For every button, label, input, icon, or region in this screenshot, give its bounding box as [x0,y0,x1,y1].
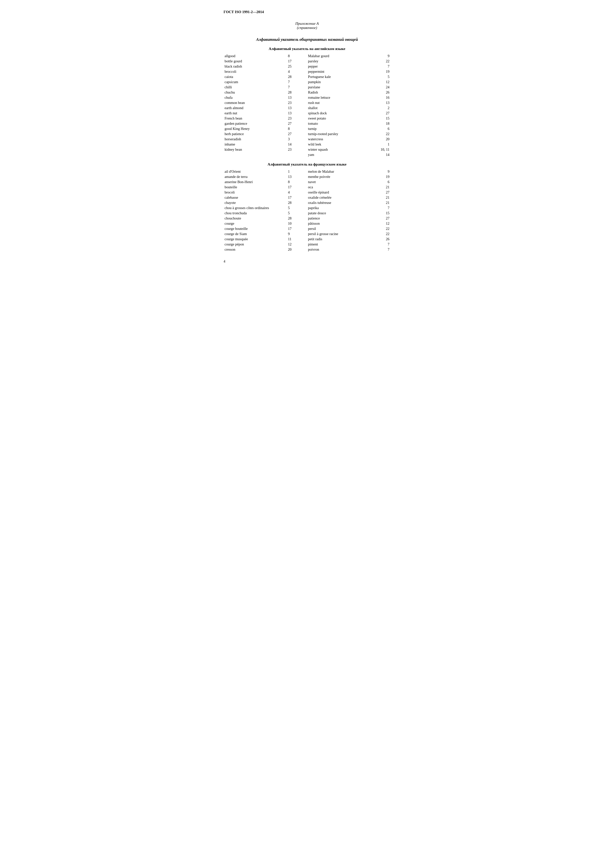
list-item: 5 [370,74,390,79]
list-item: 27 [370,216,390,221]
list-item: 8 [287,180,307,184]
appendix-line1: Приложение А [224,22,390,26]
table-row: anserine Bon-Henri 8 navet 6 [224,180,390,184]
list-item: petit radis [307,237,370,242]
table-row: brocoli 4 oseille épinard 27 [224,190,390,195]
list-item: 27 [370,190,390,195]
list-item: melon de Malabar [307,169,370,174]
list-item: peppermint [307,69,370,74]
list-item: Radish [307,90,370,95]
table-row: cresson 20 poivron 7 [224,247,390,252]
list-item: 4 [287,69,307,74]
list-item: chilli [224,85,287,90]
table-row: herb patience 27 turnip-rooted parsley 2… [224,132,390,136]
list-item: 24 [370,85,390,90]
appendix-block: Приложение А (справочное) [224,22,390,30]
table-row: kidney bean 23 winter squash 10, 11 [224,147,390,152]
table-row: chilli 7 purslane 24 [224,85,390,90]
table-row: courge 10 pâtisson 12 [224,221,390,226]
list-item: chuchu [224,90,287,95]
list-item: herb patience [224,132,287,136]
list-item: 27 [370,111,390,116]
list-item: 19 [370,174,390,180]
table-row: capsicum 7 pumpkin 12 [224,79,390,85]
list-item: 27 [287,121,307,126]
list-item: parsley [307,59,370,64]
table-row: garden patience 27 tomato 18 [224,121,390,126]
list-item: spinach dock [307,111,370,116]
table-row: caiota 28 Portuguese kale 5 [224,74,390,79]
list-item: kidney bean [224,147,287,152]
list-item: 28 [287,90,307,95]
list-item: courge musquée [224,237,287,242]
list-item: 21 [370,195,390,200]
list-item: 5 [287,211,307,216]
list-item: 23 [287,116,307,121]
list-item: persil à grosse racine [307,231,370,237]
list-item [287,152,307,157]
list-item: cresson [224,247,287,252]
list-item: 1 [287,169,307,174]
french-index-table: ail d'Orient 1 melon de Malabar 9 amande… [224,169,390,252]
list-item: poivron [307,247,370,252]
list-item: inhame [224,142,287,147]
table-row: courge de Siam 9 persil à grosse racine … [224,231,390,237]
list-item: persil [307,226,370,231]
list-item: piment [307,242,370,247]
list-item: rush nut [307,100,370,105]
list-item: 18 [370,121,390,126]
list-item: 13 [287,105,307,111]
table-row: common bean 23 rush nut 13 [224,100,390,105]
list-item: 16 [370,95,390,100]
list-item: 7 [287,85,307,90]
list-item: 13 [287,111,307,116]
list-item: 10, 11 [370,147,390,152]
list-item: 17 [287,195,307,200]
list-item: 15 [370,116,390,121]
list-item: yam [307,152,370,157]
table-row: chufa 13 romaine lettuce 16 [224,95,390,100]
table-row: earth nut 13 spinach dock 27 [224,111,390,116]
list-item: earth almond [224,105,287,111]
list-item: patience [307,216,370,221]
table-row: black radish 25 pepper 7 [224,64,390,69]
list-item: oxalis tubéreuse [307,200,370,205]
list-item: chou à grosses côtes ordinaires [224,205,287,211]
list-item: turnip [307,126,370,132]
list-item: purslane [307,85,370,90]
gost-header: ГОСТ ISO 1991-2—2014 [224,10,390,14]
list-item: 7 [287,79,307,85]
list-item: horseradish [224,136,287,142]
list-item: 13 [287,174,307,180]
list-item: 26 [370,237,390,242]
list-item: common bean [224,100,287,105]
list-item: wild leek [307,142,370,147]
list-item: menthe poivrée [307,174,370,180]
list-item: courge [224,221,287,226]
list-item: pumpkin [307,79,370,85]
list-item: oca [307,184,370,190]
table-row: inhame 14 wild leek 1 [224,142,390,147]
list-item: 28 [287,74,307,79]
list-item: allgood [224,53,287,59]
list-item: bottle gourd [224,59,287,64]
list-item: earth nut [224,111,287,116]
list-item: 17 [287,226,307,231]
table-row: bottle gourd 17 parsley 22 [224,59,390,64]
list-item: oxalide crénelée [307,195,370,200]
list-item: turnip-rooted parsley [307,132,370,136]
appendix-line2: (справочное) [224,26,390,30]
list-item: chufa [224,95,287,100]
list-item: Malabar gourd [307,53,370,59]
list-item: 13 [370,100,390,105]
list-item: 23 [287,147,307,152]
list-item: 7 [370,247,390,252]
list-item: 10 [287,221,307,226]
list-item: 14 [370,152,390,157]
french-section-title: Алфавитный указатель на французском язык… [224,162,390,166]
list-item: 2 [370,105,390,111]
list-item: 22 [370,59,390,64]
list-item [224,152,287,157]
list-item: 15 [370,211,390,216]
table-row: French bean 23 sweet potato 15 [224,116,390,121]
